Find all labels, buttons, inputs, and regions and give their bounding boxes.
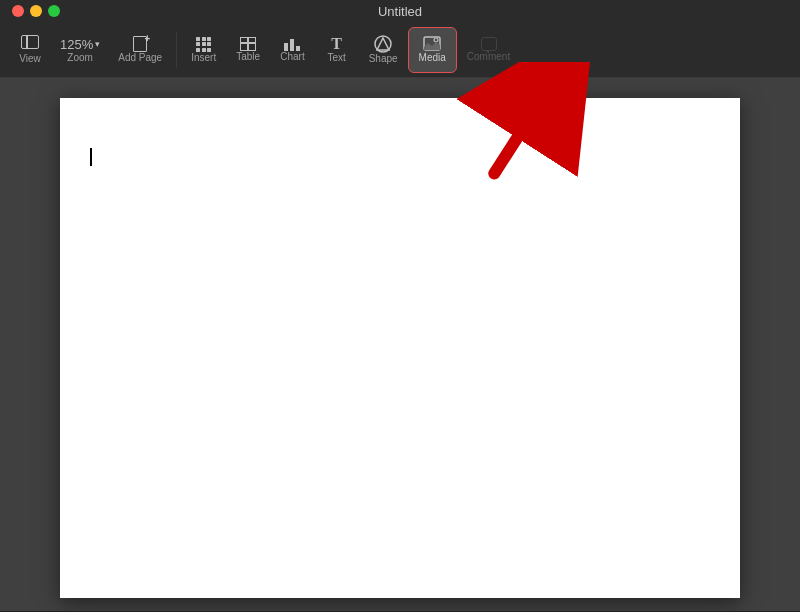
close-button[interactable] <box>12 5 24 17</box>
svg-marker-1 <box>377 38 389 50</box>
comment-label: Comment <box>467 51 510 62</box>
toolbar-view[interactable]: View <box>8 27 52 73</box>
title-bar: Untitled <box>0 0 800 22</box>
table-icon <box>240 37 256 51</box>
toolbar: View 125% ▾ Zoom Add Page Insert Table <box>0 22 800 78</box>
svg-point-3 <box>434 38 438 42</box>
toolbar-text[interactable]: T Text <box>315 27 359 73</box>
chart-label: Chart <box>280 51 304 62</box>
minimize-button[interactable] <box>30 5 42 17</box>
toolbar-addpage[interactable]: Add Page <box>108 27 172 73</box>
table-label: Table <box>236 51 260 62</box>
comment-icon <box>481 37 497 51</box>
traffic-lights <box>12 5 60 17</box>
shape-icon <box>374 35 392 53</box>
canvas-area <box>0 78 800 611</box>
separator-1 <box>176 32 177 68</box>
chart-icon <box>284 37 300 51</box>
text-icon: T <box>331 36 342 52</box>
text-label: Text <box>327 52 345 63</box>
view-label: View <box>19 53 41 64</box>
addpage-icon <box>133 36 147 52</box>
sidebar-icon <box>21 35 39 49</box>
toolbar-shape[interactable]: Shape <box>359 27 408 73</box>
toolbar-comment[interactable]: Comment <box>457 27 520 73</box>
media-icon <box>423 36 441 52</box>
insert-label: Insert <box>191 52 216 63</box>
media-label: Media <box>419 52 446 63</box>
window-title: Untitled <box>378 4 422 19</box>
chevron-down-icon: ▾ <box>95 39 100 49</box>
toolbar-insert[interactable]: Insert <box>181 27 226 73</box>
maximize-button[interactable] <box>48 5 60 17</box>
document-page[interactable] <box>60 98 740 598</box>
insert-icon <box>196 37 211 52</box>
zoom-value: 125% ▾ <box>60 37 100 52</box>
toolbar-table[interactable]: Table <box>226 27 270 73</box>
zoom-label: Zoom <box>67 52 93 63</box>
toolbar-media[interactable]: Media <box>408 27 457 73</box>
text-cursor <box>90 148 92 166</box>
toolbar-chart[interactable]: Chart <box>270 27 314 73</box>
addpage-label: Add Page <box>118 52 162 63</box>
shape-label: Shape <box>369 53 398 64</box>
toolbar-zoom[interactable]: 125% ▾ Zoom <box>52 27 108 73</box>
